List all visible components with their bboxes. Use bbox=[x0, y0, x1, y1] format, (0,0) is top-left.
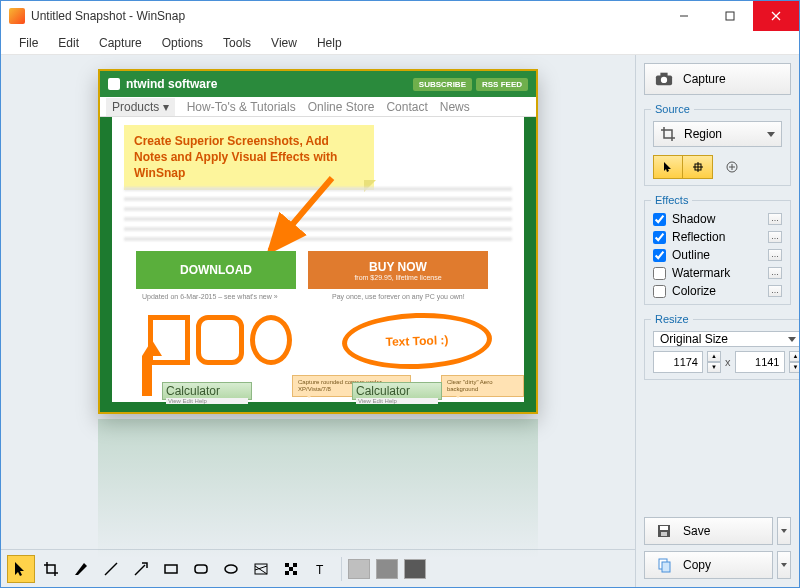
x-label: x bbox=[725, 356, 731, 368]
nav-contact: Contact bbox=[386, 100, 427, 114]
svg-rect-16 bbox=[293, 571, 297, 575]
effect-reflection-checkbox[interactable] bbox=[653, 231, 666, 244]
source-value: Region bbox=[684, 127, 759, 141]
mode-cursor[interactable] bbox=[653, 155, 683, 179]
mode-crosshair[interactable] bbox=[683, 155, 713, 179]
color-swatch-1[interactable] bbox=[348, 559, 370, 579]
capture-label: Capture bbox=[683, 72, 726, 86]
save-dropdown[interactable] bbox=[777, 517, 791, 545]
menu-edit[interactable]: Edit bbox=[48, 33, 89, 53]
effect-watermark-checkbox[interactable] bbox=[653, 267, 666, 280]
effect-outline[interactable]: Outline… bbox=[653, 248, 782, 262]
svg-text:T: T bbox=[316, 563, 324, 577]
capture-button[interactable]: Capture bbox=[644, 63, 791, 95]
mode-more[interactable] bbox=[719, 155, 745, 179]
menu-help[interactable]: Help bbox=[307, 33, 352, 53]
captured-screenshot: ntwind software SUBSCRIBE RSS FEED Produ… bbox=[98, 69, 538, 414]
svg-rect-1 bbox=[726, 12, 734, 20]
effect-colorize[interactable]: Colorize… bbox=[653, 284, 782, 298]
resize-dropdown[interactable]: Original Size bbox=[653, 331, 799, 347]
svg-point-20 bbox=[661, 77, 667, 83]
effect-reflection[interactable]: Reflection… bbox=[653, 230, 782, 244]
width-spinner[interactable]: ▲▼ bbox=[707, 351, 721, 373]
pointer-tool[interactable] bbox=[7, 555, 35, 583]
crop-tool[interactable] bbox=[37, 555, 65, 583]
copy-icon bbox=[655, 557, 673, 573]
svg-rect-28 bbox=[660, 526, 668, 530]
effect-watermark[interactable]: Watermark… bbox=[653, 266, 782, 280]
buy-button: BUY NOWfrom $29.95, lifetime license bbox=[308, 251, 488, 289]
source-group: Source Region bbox=[644, 103, 791, 186]
svg-rect-12 bbox=[285, 563, 289, 567]
close-button[interactable] bbox=[753, 1, 799, 31]
menu-capture[interactable]: Capture bbox=[89, 33, 152, 53]
effect-shadow-checkbox[interactable] bbox=[653, 213, 666, 226]
svg-line-4 bbox=[105, 563, 117, 575]
copy-button[interactable]: Copy bbox=[644, 551, 773, 579]
svg-rect-6 bbox=[165, 565, 177, 573]
menu-file[interactable]: File bbox=[9, 33, 48, 53]
svg-rect-7 bbox=[195, 565, 207, 573]
save-icon bbox=[655, 523, 673, 539]
svg-rect-29 bbox=[661, 532, 667, 536]
download-button: DOWNLOAD bbox=[136, 251, 296, 289]
svg-line-10 bbox=[255, 566, 267, 574]
minimize-button[interactable] bbox=[661, 1, 707, 31]
mini-windows: CalculatorView Edit Help CalculatorView … bbox=[162, 382, 442, 400]
pen-tool[interactable] bbox=[67, 555, 95, 583]
svg-rect-15 bbox=[285, 571, 289, 575]
height-spinner[interactable]: ▲▼ bbox=[789, 351, 800, 373]
site-header: ntwind software SUBSCRIBE RSS FEED bbox=[100, 71, 536, 97]
effect-shadow[interactable]: Shadow… bbox=[653, 212, 782, 226]
effect-colorize-options[interactable]: … bbox=[768, 285, 782, 297]
bottom-actions: Save Copy bbox=[644, 517, 791, 579]
subscribe-pill: SUBSCRIBE bbox=[413, 78, 472, 91]
site-logo-icon bbox=[108, 78, 120, 90]
menu-options[interactable]: Options bbox=[152, 33, 213, 53]
copy-label: Copy bbox=[683, 558, 711, 572]
resize-dimensions: ▲▼ x ▲▼ bbox=[653, 351, 799, 373]
chevron-down-icon bbox=[767, 132, 775, 137]
effect-colorize-checkbox[interactable] bbox=[653, 285, 666, 298]
canvas[interactable]: ntwind software SUBSCRIBE RSS FEED Produ… bbox=[1, 55, 635, 549]
pay-text: Pay once, use forever on any PC you own! bbox=[332, 293, 465, 300]
effects-group: Effects Shadow… Reflection… Outline… Wat… bbox=[644, 194, 791, 305]
region-icon bbox=[660, 126, 676, 142]
save-button[interactable]: Save bbox=[644, 517, 773, 545]
arrow-annotation-icon bbox=[262, 173, 352, 263]
app-window: Untitled Snapshot - WinSnap File Edit Ca… bbox=[0, 0, 800, 588]
height-input[interactable] bbox=[735, 351, 785, 373]
color-swatch-3[interactable] bbox=[404, 559, 426, 579]
text-tool-annotation: Text Tool :) bbox=[341, 310, 493, 371]
effect-reflection-options[interactable]: … bbox=[768, 231, 782, 243]
app-icon bbox=[9, 8, 25, 24]
camera-icon bbox=[655, 71, 673, 87]
source-dropdown[interactable]: Region bbox=[653, 121, 782, 147]
titlebar: Untitled Snapshot - WinSnap bbox=[1, 1, 799, 31]
resize-value: Original Size bbox=[660, 332, 728, 346]
svg-rect-14 bbox=[289, 567, 293, 571]
menubar: File Edit Capture Options Tools View Hel… bbox=[1, 31, 799, 55]
effect-watermark-options[interactable]: … bbox=[768, 267, 782, 279]
maximize-button[interactable] bbox=[707, 1, 753, 31]
copy-dropdown[interactable] bbox=[777, 551, 791, 579]
rounded-rect-shape-icon bbox=[196, 315, 244, 365]
effect-outline-checkbox[interactable] bbox=[653, 249, 666, 262]
svg-rect-13 bbox=[293, 563, 297, 567]
width-input[interactable] bbox=[653, 351, 703, 373]
toolbar-separator bbox=[341, 557, 342, 581]
effects-legend: Effects bbox=[651, 194, 692, 206]
menu-tools[interactable]: Tools bbox=[213, 33, 261, 53]
svg-rect-31 bbox=[662, 562, 670, 572]
svg-line-5 bbox=[135, 565, 145, 575]
mini-window-1: CalculatorView Edit Help bbox=[162, 382, 252, 400]
effect-outline-options[interactable]: … bbox=[768, 249, 782, 261]
window-controls bbox=[661, 1, 799, 31]
page-body: Create Superior Screenshots, Add Notes a… bbox=[112, 117, 524, 402]
color-swatch-2[interactable] bbox=[376, 559, 398, 579]
effect-shadow-options[interactable]: … bbox=[768, 213, 782, 225]
resize-legend: Resize bbox=[651, 313, 693, 325]
mini-window-2: CalculatorView Edit Help bbox=[352, 382, 442, 400]
menu-view[interactable]: View bbox=[261, 33, 307, 53]
nav-products: Products ▾ bbox=[106, 98, 175, 116]
